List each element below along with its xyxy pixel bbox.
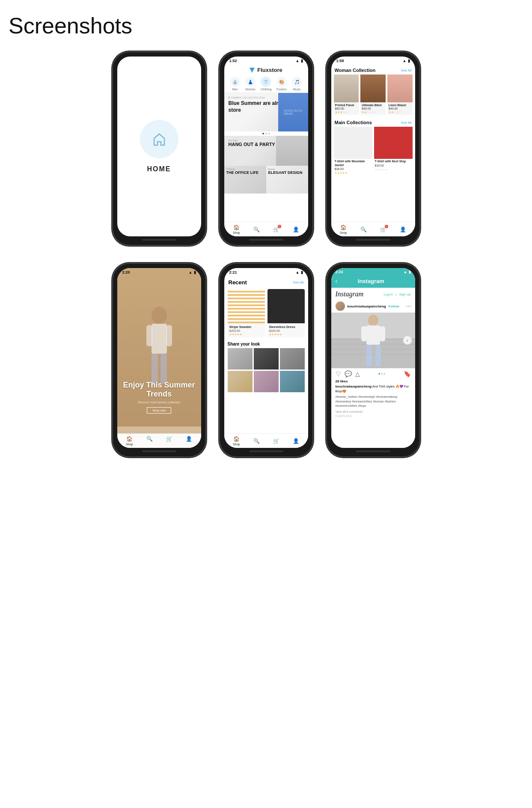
nav-profile-5[interactable]: 👤 <box>293 438 299 444</box>
svg-point-12 <box>368 315 378 326</box>
next-stop-price: $16.00 <box>374 164 413 167</box>
home-screen: HOME <box>117 57 201 236</box>
nav-profile-3[interactable]: 👤 <box>400 227 406 233</box>
status-icons-5: ▲ ▮ <box>296 270 303 274</box>
sleeveless-dress-info: Sleeveless Dress $160.00 ★★★★★ <box>267 323 305 337</box>
printed-panel-name: Printed Panel <box>335 104 358 107</box>
page-title: Screenshots <box>9 13 523 39</box>
insta-dots <box>378 373 385 375</box>
phone-summer: 2:20 ▲ ▮ <box>112 263 206 457</box>
linen-blazer-name: Linen Blazer <box>389 104 411 107</box>
nav-shop-3[interactable]: 🏠 Shop <box>340 224 347 234</box>
printed-panel-img <box>334 75 359 102</box>
summer-screen: 2:20 ▲ ▮ <box>117 268 201 448</box>
insta-more-btn[interactable]: ⋯ <box>406 303 411 309</box>
main-see-all[interactable]: See All <box>401 121 412 125</box>
insta-dot-2 <box>381 373 383 375</box>
insta-follow-btn[interactable]: Follow <box>389 304 399 308</box>
cat-women[interactable]: 👗 Women <box>245 77 256 91</box>
next-stop-stars: ★★★★★ <box>374 168 413 172</box>
recent-see-all[interactable]: See All <box>293 280 304 284</box>
insta-view-comments[interactable]: View all 8 comments <box>331 409 415 414</box>
phone-summer-screen: 2:20 ▲ ▮ <box>117 268 201 448</box>
nav-cart-2[interactable]: 🛒 <box>273 227 279 233</box>
bottom-nav-2: 🏠 Shop 🔍 🛒 👤 <box>224 222 308 236</box>
mini-banner-tshirts: T-Shirts THE OFFICE LIFE <box>224 166 266 194</box>
product-linen-blazer[interactable]: Linen Blazer $40.00 ★★★★★ <box>387 75 413 115</box>
cat-posters[interactable]: 🎨 Posters <box>276 77 287 91</box>
phone-instagram: 2:24 ▲ ▮ ‹ Instagram Instagram <box>326 263 420 457</box>
insta-bookmark-icon[interactable]: 🔖 <box>404 370 411 377</box>
product-next-stop[interactable]: T-Shirt with Next Stop $16.00 ★★★★★ <box>374 127 413 175</box>
linen-blazer-info: Linen Blazer $40.00 ★★★★★ <box>387 102 413 115</box>
category-nav[interactable]: 👔 Men 👗 Women 👕 Clothing 🎨 Posters <box>224 75 308 93</box>
cat-men-icon: 👔 <box>230 77 240 87</box>
ultimate-biker-info: Ultimate Biker $48.00 ★★★★★ <box>360 102 386 115</box>
nav-shop-4[interactable]: 🏠 Shop <box>126 436 133 446</box>
nav-search-2[interactable]: 🔍 <box>253 227 260 233</box>
insta-actions: ♡ 💬 △ 🔖 <box>331 368 415 379</box>
woman-collection-header: Woman Collection See All <box>331 65 415 75</box>
svg-rect-16 <box>366 345 372 366</box>
insta-logo-row: Instagram Log in | Sign up <box>331 288 415 300</box>
banner-hangout: For Gen HANG OUT & PARTY <box>224 136 308 166</box>
phone-home: HOME <box>112 51 206 246</box>
mini-banners: T-Shirts THE OFFICE LIFE Dress ELEGANT D… <box>224 166 308 194</box>
wifi-icon-3: ▲ <box>403 59 407 63</box>
shop-icon-3: 🏠 <box>340 224 347 230</box>
product-ultimate-biker[interactable]: Ultimate Biker $48.00 ★★★★★ <box>360 75 386 115</box>
home-bar-6 <box>356 450 390 452</box>
nav-cart-5[interactable]: 🛒 <box>273 438 279 444</box>
cat-music-icon: 🎵 <box>292 77 302 87</box>
product-sleeveless-dress[interactable]: Sleeveless Dress $160.00 ★★★★★ <box>267 289 305 337</box>
sleeveless-dress-price: $160.00 <box>269 329 303 332</box>
insta-caption: bouchradauapaincheng And ThiS styles 🔥💜 … <box>331 384 415 394</box>
profile-icon-3: 👤 <box>400 227 406 233</box>
share-img-1 <box>228 348 253 370</box>
mini-banner-dress: Dress ELEGANT DESIGN <box>266 166 308 194</box>
nav-search-3[interactable]: 🔍 <box>360 227 367 233</box>
bottom-nav-5: 🏠 Shop 🔍 🛒 👤 <box>224 433 308 448</box>
insta-comment-icon[interactable]: 💬 <box>345 370 352 377</box>
screenshots-row-1: HOME 1:52 ▲ ▮ Fluxstore <box>9 51 523 246</box>
nav-cart-3[interactable]: 🛒 <box>380 227 386 233</box>
insta-share-icon[interactable]: △ <box>355 370 360 377</box>
time-2: 1:52 <box>229 59 237 63</box>
banner-2-model <box>276 136 308 166</box>
summer-btn[interactable]: Shop now <box>147 407 171 414</box>
woman-collection-title: Woman Collection <box>335 68 376 73</box>
product-printed-panel[interactable]: Printed Panel $60.00 ★★★★★ <box>334 75 359 115</box>
share-title: Share your look <box>228 342 305 346</box>
cat-music[interactable]: 🎵 Music <box>292 77 302 91</box>
wifi-icon: ▲ <box>296 59 300 63</box>
banner-model: GOOD GUYSWEAR <box>278 93 308 131</box>
product-stripe-sweater[interactable]: Stripe Sweater $200.00 ★★★★★ <box>228 289 265 337</box>
nav-shop-2[interactable]: 🏠 Shop <box>233 224 240 234</box>
insta-back-button[interactable]: ‹ <box>336 277 338 284</box>
insta-signup-btn[interactable]: Sign up <box>399 292 410 296</box>
cat-men[interactable]: 👔 Men <box>230 77 240 91</box>
printed-panel-info: Printed Panel $60.00 ★★★★★ <box>334 102 359 115</box>
insta-arrow-btn[interactable]: › <box>403 336 412 345</box>
battery-icon-3: ▮ <box>408 59 410 63</box>
insta-photo-model <box>331 313 415 368</box>
nav-search-4[interactable]: 🔍 <box>146 436 153 446</box>
woman-see-all[interactable]: See All <box>401 69 412 72</box>
svg-rect-13 <box>366 325 380 345</box>
product-mountain-jacket[interactable]: T-Shirt with Mountain Jacket $28.00 ★★★★… <box>334 127 372 175</box>
cat-clothing[interactable]: 👕 Clothing <box>261 77 272 91</box>
insta-status-bar: 2:24 ▲ ▮ <box>331 268 415 276</box>
nav-search-5[interactable]: 🔍 <box>253 438 260 444</box>
nav-profile-4[interactable]: 👤 <box>186 436 192 446</box>
share-img-3 <box>280 348 305 370</box>
nav-profile-2[interactable]: 👤 <box>293 227 299 233</box>
nav-cart-4[interactable]: 🛒 <box>166 436 172 446</box>
cat-women-icon: 👗 <box>245 77 256 87</box>
nav-shop-5[interactable]: 🏠 Shop <box>233 436 240 446</box>
wifi-icon-4: ▲ <box>189 270 193 274</box>
search-icon-5: 🔍 <box>253 438 260 444</box>
main-product-row: T-Shirt with Mountain Jacket $28.00 ★★★★… <box>331 127 415 175</box>
insta-login-btn[interactable]: Log in <box>383 292 393 296</box>
status-icons-4: ▲ ▮ <box>189 270 196 274</box>
insta-heart-icon[interactable]: ♡ <box>336 370 341 377</box>
